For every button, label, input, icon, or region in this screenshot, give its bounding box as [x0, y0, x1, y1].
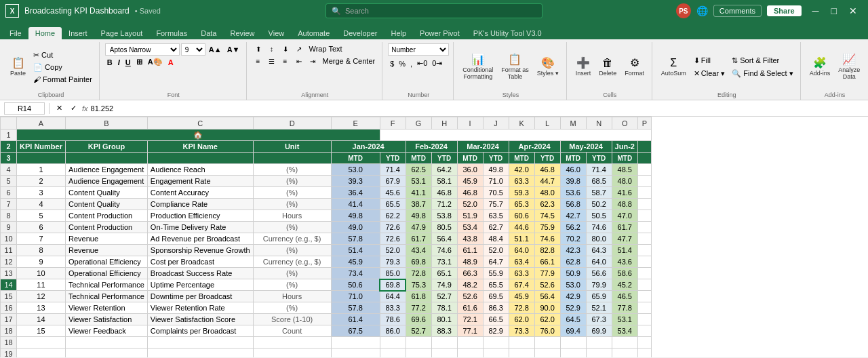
- conditional-formatting-button[interactable]: 📊 ConditionalFormatting: [459, 52, 496, 82]
- cell-F15[interactable]: 71.0: [331, 291, 380, 302]
- cell-D8[interactable]: Production Efficiency: [147, 210, 253, 222]
- cell-H11[interactable]: 43.4: [406, 245, 431, 256]
- cell-N8[interactable]: 42.7: [560, 210, 586, 222]
- cell-L12[interactable]: 63.4: [509, 256, 534, 268]
- cell-K4[interactable]: 49.8: [483, 164, 509, 176]
- cell-P5[interactable]: 48.0: [612, 176, 637, 187]
- cell-H14[interactable]: 75.3: [406, 279, 431, 291]
- cell-O11[interactable]: 64.3: [586, 245, 612, 256]
- cell-C5[interactable]: Audience Engagement: [65, 176, 147, 187]
- cell-F10[interactable]: 57.8: [331, 233, 380, 245]
- cell-M4[interactable]: 46.8: [534, 164, 560, 176]
- cell-D7[interactable]: Compliance Rate: [147, 199, 253, 210]
- cell-O5[interactable]: 68.5: [586, 176, 612, 187]
- cell-C14[interactable]: Technical Performance: [65, 279, 147, 291]
- increase-indent-button[interactable]: ⇥: [307, 56, 319, 66]
- cell-K5[interactable]: 71.0: [483, 176, 509, 187]
- col-header-M[interactable]: M: [560, 117, 586, 130]
- cell-G5[interactable]: 67.9: [380, 176, 406, 187]
- cell-D17[interactable]: Viewer Satisfaction Score: [147, 314, 253, 325]
- find-select-button[interactable]: 🔍 Find & Select ▾: [729, 68, 796, 79]
- cell-L9[interactable]: 44.6: [509, 222, 534, 233]
- cell-J8[interactable]: 51.9: [457, 210, 483, 222]
- empty-cell-19-14[interactable]: [612, 349, 637, 358]
- fill-button[interactable]: ⬇ Fill: [691, 55, 728, 66]
- cell-I11[interactable]: 74.6: [431, 245, 457, 256]
- cell-F9[interactable]: 49.0: [331, 222, 380, 233]
- cell-O9[interactable]: 74.6: [586, 222, 612, 233]
- cell-F6[interactable]: 36.4: [331, 187, 380, 199]
- col-header-L[interactable]: L: [534, 117, 560, 130]
- format-painter-button[interactable]: 🖌 Format Painter: [31, 74, 95, 85]
- cell-E18[interactable]: Count: [253, 325, 331, 337]
- cell-P4[interactable]: 48.5: [612, 164, 637, 176]
- cell-J15[interactable]: 52.6: [457, 291, 483, 302]
- cell-C18[interactable]: Viewer Feedback: [65, 325, 147, 337]
- cell-J16[interactable]: 61.6: [457, 302, 483, 314]
- tab-file[interactable]: File: [3, 27, 28, 39]
- cell-L11[interactable]: 64.0: [509, 245, 534, 256]
- cell-F13[interactable]: 73.4: [331, 268, 380, 279]
- align-left-button[interactable]: ≡: [252, 56, 264, 66]
- cell-M8[interactable]: 74.5: [534, 210, 560, 222]
- cell-apr-header[interactable]: Apr-2024: [509, 141, 560, 153]
- cell-K13[interactable]: 55.9: [483, 268, 509, 279]
- col-header-I[interactable]: I: [457, 117, 483, 130]
- tab-formulas[interactable]: Formulas: [149, 27, 194, 39]
- cell-K14[interactable]: 65.5: [483, 279, 509, 291]
- cell-I13[interactable]: 65.1: [431, 268, 457, 279]
- cell-E4[interactable]: (%): [253, 164, 331, 176]
- underline-button[interactable]: U: [123, 58, 133, 67]
- cell-H16[interactable]: 77.2: [406, 302, 431, 314]
- tab-view[interactable]: View: [262, 27, 292, 39]
- currency-button[interactable]: $: [388, 59, 396, 68]
- cell-K16[interactable]: 86.3: [483, 302, 509, 314]
- cell-B18[interactable]: 15: [17, 325, 66, 337]
- cell-M5[interactable]: 44.7: [534, 176, 560, 187]
- empty-cell-18-12[interactable]: [560, 337, 586, 349]
- cell-M17[interactable]: 62.0: [534, 314, 560, 325]
- col-header-D[interactable]: D: [253, 117, 331, 130]
- cell-P18[interactable]: 53.4: [612, 325, 637, 337]
- cell-M12[interactable]: 66.1: [534, 256, 560, 268]
- cell-may-header[interactable]: May-2024: [560, 141, 612, 153]
- cell-E5[interactable]: (%): [253, 176, 331, 187]
- cell-G12[interactable]: 79.3: [380, 256, 406, 268]
- cell-F11[interactable]: 51.4: [331, 245, 380, 256]
- cell-C16[interactable]: Viewer Retention: [65, 302, 147, 314]
- close-button[interactable]: ✕: [844, 5, 863, 16]
- cell-F16[interactable]: 57.8: [331, 302, 380, 314]
- cell-P14[interactable]: 45.2: [612, 279, 637, 291]
- cell-jan-header[interactable]: Jan-2024: [331, 141, 406, 153]
- cell-D9[interactable]: On-Time Delivery Rate: [147, 222, 253, 233]
- cell-C15[interactable]: Technical Performance: [65, 291, 147, 302]
- cell-E14[interactable]: (%): [253, 279, 331, 291]
- cell-P17[interactable]: 53.1: [612, 314, 637, 325]
- cell-L17[interactable]: 62.0: [509, 314, 534, 325]
- cell-E8[interactable]: Hours: [253, 210, 331, 222]
- format-cells-button[interactable]: ⚙ Format: [621, 56, 648, 79]
- scroll-area[interactable]: A B C D E F G H I J K L M N O P 1 🏠: [0, 117, 868, 357]
- col-header-N[interactable]: N: [586, 117, 612, 130]
- cell-N13[interactable]: 50.9: [560, 268, 586, 279]
- wrap-text-button[interactable]: Wrap Text: [307, 43, 345, 54]
- cell-N7[interactable]: 56.8: [560, 199, 586, 210]
- text-direction-button[interactable]: ↗: [293, 44, 305, 54]
- empty-cell-19-2[interactable]: [147, 349, 253, 358]
- col-header-F[interactable]: F: [380, 117, 406, 130]
- decrease-decimal-button[interactable]: ⇤0: [415, 58, 429, 68]
- cell-I14[interactable]: 74.9: [431, 279, 457, 291]
- cell-D2[interactable]: KPI Name: [147, 141, 253, 153]
- align-top-button[interactable]: ⬆: [252, 44, 264, 54]
- cell-E17[interactable]: Score (1-10): [253, 314, 331, 325]
- cell-D16[interactable]: Viewer Retention Rate: [147, 302, 253, 314]
- cell-B8[interactable]: 5: [17, 210, 66, 222]
- cell-P13[interactable]: 58.6: [612, 268, 637, 279]
- cell-I12[interactable]: 73.1: [431, 256, 457, 268]
- search-box[interactable]: 🔍 Search: [326, 3, 542, 18]
- cell-M7[interactable]: 62.3: [534, 199, 560, 210]
- tab-help[interactable]: Help: [384, 27, 413, 39]
- font-color-button[interactable]: A: [166, 58, 176, 67]
- cell-M13[interactable]: 77.9: [534, 268, 560, 279]
- cell-K17[interactable]: 66.5: [483, 314, 509, 325]
